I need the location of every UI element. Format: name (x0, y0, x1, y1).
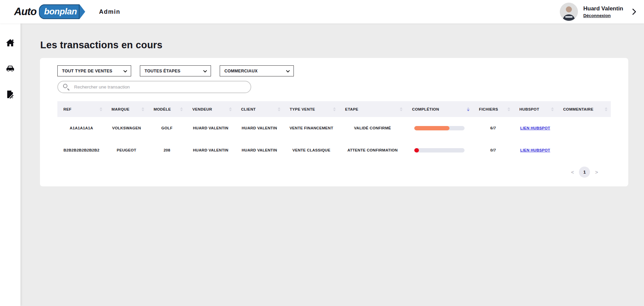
cell-marque: PEUGEOT (106, 139, 148, 161)
sort-icon (100, 107, 102, 111)
column-header-ref[interactable]: REF (57, 101, 106, 117)
pagination-next[interactable]: > (595, 169, 598, 175)
cell-etape: VALIDÉ CONFIRMÉ (339, 117, 406, 139)
cell-type-vente: VENTE CLASSIQUE (284, 139, 339, 161)
avatar-silhouette (560, 3, 578, 21)
progress-fill (414, 126, 449, 130)
cell-hubspot: LIEN HUBSPOT (514, 117, 557, 139)
cell-ref: A1A1A1A1A (57, 117, 106, 139)
filters-row: TOUT TYPE DE VENTES TOUTES ÉTAPES COMMER… (57, 65, 611, 76)
sort-icon (400, 107, 402, 111)
main-content: Les transactions en cours TOUT TYPE DE V… (20, 23, 644, 306)
sidebar-item-transactions[interactable] (5, 89, 15, 99)
logo[interactable]: Auto bonplan (14, 4, 79, 19)
cell-vendeur: HUARD VALENTIN (186, 117, 235, 139)
chevron-right-icon[interactable] (630, 8, 636, 15)
transactions-table: REF MARQUE MODÈLE VENDEUR CLIENT TYPE VE… (57, 101, 611, 161)
column-header-marque[interactable]: MARQUE (106, 101, 148, 117)
avatar[interactable] (560, 3, 578, 21)
table-row[interactable]: A1A1A1A1A VOLKSWAGEN GOLF HUARD VALENTIN… (57, 117, 611, 139)
user-menu: Huard Valentin Déconnexion (560, 3, 635, 21)
table-row[interactable]: B2B2B2B2B2B2B2 PEUGEOT 208 HUARD VALENTI… (57, 139, 611, 161)
progress-fill (414, 148, 419, 152)
search-icon (63, 84, 67, 88)
column-header-client[interactable]: CLIENT (235, 101, 284, 117)
logo-text-auto: Auto (14, 6, 37, 18)
column-header-fichiers[interactable]: FICHIERS (473, 101, 513, 117)
cell-type-vente: VENTE FINANCEMENT (284, 117, 339, 139)
pagination: < 1 > (57, 167, 598, 178)
contract-icon (6, 90, 15, 99)
column-header-modele[interactable]: MODÈLE (148, 101, 186, 117)
sort-icon-active (467, 107, 470, 111)
column-header-hubspot[interactable]: HUBSPOT (514, 101, 557, 117)
logo-text-bonplan: bonplan (44, 6, 77, 16)
sort-icon (551, 107, 554, 111)
hubspot-link[interactable]: LIEN HUBSPOT (520, 148, 550, 152)
cell-commentaire (557, 117, 611, 139)
filter-salesrep-value: COMMERCIAUX (224, 69, 258, 73)
cell-fichiers: 6/7 (473, 117, 513, 139)
progress-bar (414, 126, 465, 130)
column-header-vendeur[interactable]: VENDEUR (186, 101, 235, 117)
cell-marque: VOLKSWAGEN (106, 117, 148, 139)
cell-completion (406, 139, 473, 161)
app-title: Admin (99, 8, 120, 15)
cell-hubspot: LIEN HUBSPOT (514, 139, 557, 161)
sort-icon (605, 107, 607, 111)
filter-salesrep-select[interactable]: COMMERCIAUX (220, 65, 294, 76)
logo-badge: bonplan (39, 4, 80, 19)
column-header-type-vente[interactable]: TYPE VENTE (284, 101, 339, 117)
transactions-card: TOUT TYPE DE VENTES TOUTES ÉTAPES COMMER… (40, 58, 628, 186)
cell-ref: B2B2B2B2B2B2B2 (57, 139, 106, 161)
user-meta: Huard Valentin Déconnexion (583, 5, 623, 18)
pagination-prev[interactable]: < (571, 169, 574, 175)
cell-modele: GOLF (148, 117, 186, 139)
cell-fichiers: 0/7 (473, 139, 513, 161)
table-header-row: REF MARQUE MODÈLE VENDEUR CLIENT TYPE VE… (57, 101, 611, 117)
cell-etape: ATTENTE CONFIRMATION (339, 139, 406, 161)
cell-modele: 208 (148, 139, 186, 161)
filter-sale-type-select[interactable]: TOUT TYPE DE VENTES (57, 65, 131, 76)
cell-vendeur: HUARD VALENTIN (186, 139, 235, 161)
hubspot-link[interactable]: LIEN HUBSPOT (520, 126, 550, 130)
column-header-etape[interactable]: ETAPE (339, 101, 406, 117)
sidebar-item-home[interactable] (5, 38, 15, 48)
sort-icon (333, 107, 336, 111)
pagination-page-1[interactable]: 1 (579, 167, 590, 178)
column-header-completion[interactable]: COMPLÉTION (406, 101, 473, 117)
column-header-commentaire[interactable]: COMMENTAIRE (557, 101, 611, 117)
chevron-down-icon (203, 68, 207, 72)
filter-stage-value: TOUTES ÉTAPES (145, 69, 180, 73)
search-bar (57, 81, 251, 93)
cell-client: HUARD VALENTIN (235, 117, 284, 139)
cell-completion (406, 117, 473, 139)
filter-stage-select[interactable]: TOUTES ÉTAPES (140, 65, 211, 76)
cell-client: HUARD VALENTIN (235, 139, 284, 161)
sort-icon (229, 107, 232, 111)
user-name: Huard Valentin (583, 5, 623, 12)
search-input[interactable] (57, 81, 251, 93)
car-icon (6, 64, 15, 73)
progress-bar (414, 148, 465, 152)
page-title: Les transactions en cours (40, 40, 644, 51)
home-icon (6, 38, 15, 47)
sort-icon (507, 107, 510, 111)
filter-sale-type-value: TOUT TYPE DE VENTES (62, 69, 112, 73)
top-navbar: Auto bonplan Admin Huard Valentin Déconn… (0, 0, 644, 23)
chevron-down-icon (286, 68, 290, 72)
cell-commentaire (557, 139, 611, 161)
sort-icon (278, 107, 280, 111)
sort-icon (142, 107, 144, 111)
logout-link[interactable]: Déconnexion (583, 13, 611, 18)
sort-icon (180, 107, 183, 111)
sidebar-item-vehicles[interactable] (5, 63, 15, 73)
chevron-down-icon (123, 68, 127, 72)
sidebar (0, 23, 20, 306)
